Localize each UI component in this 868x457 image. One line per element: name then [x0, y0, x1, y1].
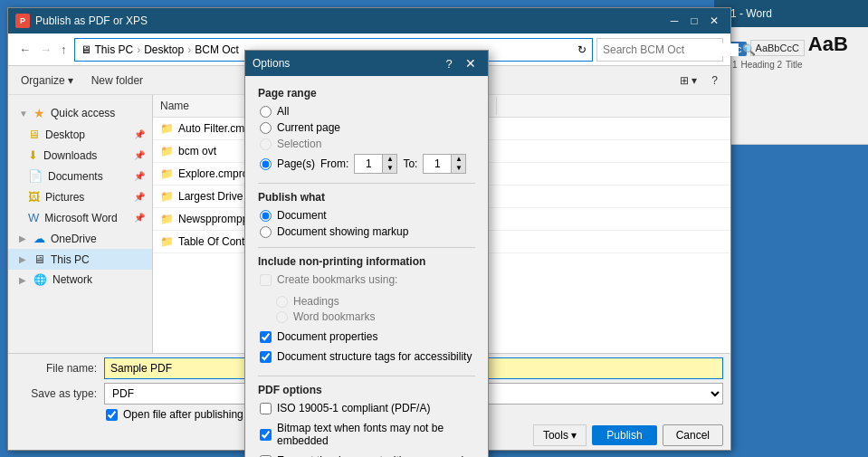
- radio-pages[interactable]: Page(s): [260, 157, 315, 170]
- options-dialog: Options ? ✕ Page range All Current page: [244, 50, 489, 457]
- radio-headings-input: [276, 296, 288, 308]
- options-titlebar: Options ? ✕: [245, 51, 488, 76]
- radio-selection-input: [260, 138, 272, 150]
- search-box[interactable]: 🔍: [596, 38, 723, 62]
- documents-label: Documents: [48, 170, 103, 183]
- radio-document-label: Document: [277, 209, 327, 222]
- sidebar-item-network[interactable]: ▶ 🌐 Network: [8, 270, 152, 290]
- file-name: Explore.cmproj: [178, 167, 251, 180]
- file-name: bcm ovt: [178, 145, 216, 157]
- folder-icon: 📁: [160, 213, 174, 225]
- back-button[interactable]: ←: [15, 41, 34, 58]
- from-input[interactable]: [355, 155, 382, 173]
- radio-word-bookmarks-input: [276, 311, 288, 323]
- bitmap-checkbox[interactable]: [260, 429, 272, 441]
- style-aabbccc: AaBbCcC: [750, 40, 805, 56]
- options-close-button[interactable]: ✕: [461, 54, 481, 72]
- iso-row[interactable]: ISO 19005-1 compliant (PDF/A): [260, 402, 475, 414]
- to-spinner[interactable]: ▲ ▼: [423, 154, 466, 174]
- radio-document-input[interactable]: [260, 210, 272, 222]
- network-icon: 🌐: [33, 273, 47, 286]
- path-this-pc: This PC: [95, 43, 134, 56]
- publish-what-group: Document Document showing markup: [260, 209, 475, 238]
- close-button[interactable]: ✕: [705, 13, 723, 29]
- documents-pin-icon: 📌: [134, 171, 145, 181]
- minimize-button[interactable]: ─: [665, 13, 683, 29]
- doc-properties-checkbox[interactable]: [260, 331, 272, 343]
- view-icon: ⊞: [680, 74, 689, 87]
- search-input[interactable]: [603, 43, 739, 56]
- folder-icon: 📁: [160, 167, 174, 180]
- view-options-button[interactable]: ⊞ ▾: [674, 72, 702, 89]
- word-label: Microsoft Word: [44, 212, 117, 224]
- sidebar-item-documents[interactable]: 📄 Documents 📌: [8, 166, 152, 186]
- help-button[interactable]: ?: [706, 72, 723, 89]
- divider-3: [258, 376, 475, 376]
- dialog-title: Publish as PDF or XPS: [35, 14, 148, 27]
- radio-current[interactable]: Current page: [260, 121, 475, 134]
- open-after-checkbox[interactable]: [106, 409, 118, 421]
- onedrive-expand: ▶: [19, 233, 28, 243]
- radio-markup-input[interactable]: [260, 226, 272, 238]
- quick-access-icon: ★: [33, 106, 45, 120]
- quick-access-label: Quick access: [51, 107, 115, 119]
- onedrive-label: OneDrive: [51, 233, 97, 245]
- doc-tags-checkbox[interactable]: [260, 351, 272, 363]
- sidebar-item-quick-access[interactable]: ▼ ★ Quick access: [8, 102, 152, 124]
- pictures-label: Pictures: [45, 191, 84, 204]
- doc-properties-row[interactable]: Document properties: [260, 330, 475, 343]
- radio-current-input[interactable]: [260, 122, 272, 134]
- tools-button[interactable]: Tools ▾: [533, 424, 587, 446]
- search-icon: 🔍: [742, 43, 756, 56]
- to-input[interactable]: [424, 155, 451, 173]
- from-up-button[interactable]: ▲: [383, 155, 396, 164]
- refresh-icon[interactable]: ↻: [577, 43, 587, 56]
- organize-button[interactable]: Organize ▾: [15, 72, 79, 89]
- to-up-button[interactable]: ▲: [452, 155, 465, 164]
- maximize-button[interactable]: □: [685, 13, 703, 29]
- radio-headings-label: Headings: [293, 295, 339, 308]
- sidebar-item-this-pc[interactable]: ▶ 🖥 This PC: [8, 249, 152, 270]
- iso-checkbox[interactable]: [260, 403, 272, 414]
- forward-button[interactable]: →: [36, 41, 55, 58]
- main-cancel-button[interactable]: Cancel: [663, 424, 723, 446]
- network-expand: ▶: [19, 275, 28, 285]
- main-cancel-label: Cancel: [676, 429, 710, 442]
- dialog-icon: P: [15, 14, 30, 28]
- this-pc-label: This PC: [51, 253, 90, 266]
- options-title: Options: [253, 57, 290, 70]
- radio-all[interactable]: All: [260, 105, 475, 118]
- path-desktop: Desktop: [144, 43, 184, 56]
- sidebar-item-onedrive[interactable]: ▶ ☁ OneDrive: [8, 228, 152, 249]
- up-button[interactable]: ↑: [57, 41, 71, 58]
- network-label: Network: [52, 273, 92, 286]
- desktop-icon: 🖥: [28, 128, 40, 141]
- radio-document[interactable]: Document: [260, 209, 475, 222]
- doc-tags-row[interactable]: Document structure tags for accessibilit…: [260, 350, 475, 363]
- pictures-icon: 🖼: [28, 190, 40, 204]
- radio-all-label: All: [277, 105, 289, 118]
- word-pin-icon: 📌: [134, 213, 145, 223]
- from-spinner[interactable]: ▲ ▼: [354, 154, 397, 174]
- radio-document-markup[interactable]: Document showing markup: [260, 225, 475, 238]
- sidebar-item-word[interactable]: W Microsoft Word 📌: [8, 207, 152, 228]
- radio-pages-input[interactable]: [260, 158, 272, 170]
- sidebar-item-desktop[interactable]: 🖥 Desktop 📌: [8, 124, 152, 145]
- from-down-button[interactable]: ▼: [383, 164, 396, 173]
- bitmap-row[interactable]: Bitmap text when fonts may not be embedd…: [260, 422, 475, 447]
- radio-selection[interactable]: Selection: [260, 138, 475, 150]
- sidebar-item-downloads[interactable]: ⬇ Downloads 📌: [8, 145, 152, 166]
- path-icon: 🖥: [81, 43, 91, 56]
- to-down-button[interactable]: ▼: [452, 164, 465, 173]
- new-folder-button[interactable]: New folder: [86, 72, 148, 89]
- desktop-label: Desktop: [45, 129, 85, 141]
- save-dialog-titlebar: P Publish as PDF or XPS ─ □ ✕: [8, 8, 730, 33]
- style-aab: AaB: [808, 33, 848, 56]
- page-range-group: All Current page Selection Page(s) From:: [260, 105, 475, 174]
- options-help-button[interactable]: ?: [439, 54, 459, 72]
- sidebar-item-pictures[interactable]: 🖼 Pictures 📌: [8, 186, 152, 207]
- create-bookmarks-checkbox: [260, 274, 272, 286]
- publish-button[interactable]: Publish: [592, 425, 656, 445]
- view-arrow: ▾: [692, 74, 697, 87]
- radio-all-input[interactable]: [260, 106, 272, 118]
